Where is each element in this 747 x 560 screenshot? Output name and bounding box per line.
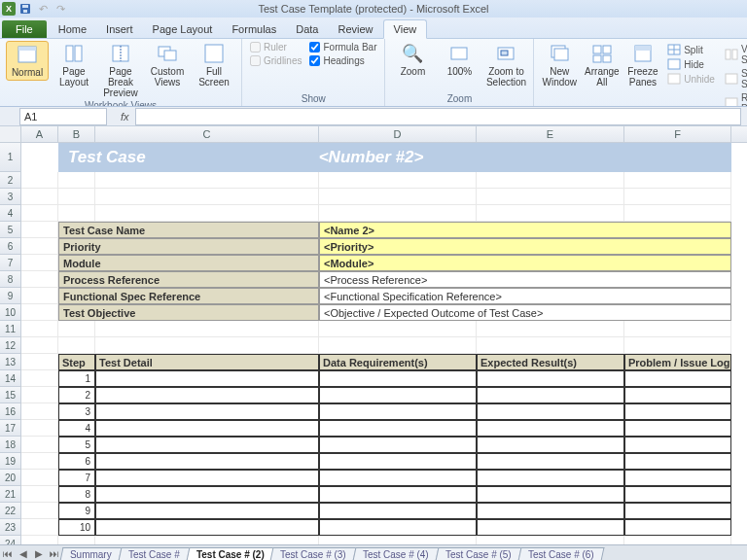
cell[interactable]: [624, 205, 731, 222]
cell[interactable]: [58, 337, 95, 354]
table-cell[interactable]: [477, 519, 624, 536]
row-header[interactable]: 21: [0, 486, 21, 503]
freeze-panes-button[interactable]: Freeze Panes: [625, 41, 661, 89]
table-cell[interactable]: [624, 420, 731, 437]
table-cell[interactable]: [624, 503, 731, 519]
table-cell[interactable]: [95, 370, 319, 387]
cell[interactable]: [624, 536, 731, 544]
col-header[interactable]: C: [95, 126, 319, 142]
table-header[interactable]: Problem / Issue Log: [624, 354, 731, 370]
col-header[interactable]: A: [21, 126, 58, 142]
ruler-checkbox[interactable]: Ruler: [248, 41, 303, 53]
unhide-button[interactable]: Unhide: [664, 72, 718, 86]
zoom-100-button[interactable]: 100%: [438, 41, 480, 79]
tab-nav-next-icon[interactable]: ▶: [31, 548, 47, 559]
select-all-corner[interactable]: [0, 126, 21, 142]
cell[interactable]: [319, 321, 477, 337]
row-header[interactable]: 10: [0, 304, 21, 321]
cell[interactable]: [95, 172, 319, 189]
tab-formulas[interactable]: Formulas: [222, 20, 286, 38]
row-header[interactable]: 9: [0, 288, 21, 304]
sheet-tab[interactable]: Test Case # (3): [270, 547, 357, 561]
table-cell[interactable]: [477, 437, 624, 453]
full-screen-button[interactable]: Full Screen: [193, 41, 235, 89]
table-header[interactable]: Step: [58, 354, 95, 370]
cell[interactable]: [319, 189, 477, 205]
cell[interactable]: [58, 321, 95, 337]
cell[interactable]: [477, 337, 624, 354]
row-header[interactable]: 12: [0, 337, 21, 354]
hide-button[interactable]: Hide: [664, 57, 718, 71]
table-cell[interactable]: [95, 519, 319, 536]
info-label[interactable]: Priority: [58, 238, 319, 255]
cell[interactable]: [624, 321, 731, 337]
row-header[interactable]: 3: [0, 189, 21, 205]
info-label[interactable]: Test Case Name: [58, 222, 319, 238]
row-header[interactable]: 15: [0, 387, 21, 403]
normal-button[interactable]: Normal: [6, 41, 49, 81]
zoom-button[interactable]: 🔍Zoom: [391, 41, 434, 79]
row-header[interactable]: 5: [0, 222, 21, 238]
table-cell[interactable]: [319, 387, 477, 403]
table-cell[interactable]: [624, 453, 731, 470]
row-header[interactable]: 24: [0, 536, 21, 544]
table-cell[interactable]: [319, 503, 477, 519]
cell[interactable]: [21, 172, 58, 189]
table-header[interactable]: Data Requirement(s): [319, 354, 477, 370]
cell[interactable]: [477, 536, 624, 544]
step-number[interactable]: 9: [58, 503, 95, 519]
cell[interactable]: [95, 321, 319, 337]
cell[interactable]: [624, 337, 731, 354]
step-number[interactable]: 1: [58, 370, 95, 387]
table-cell[interactable]: [624, 519, 731, 536]
row-header[interactable]: 8: [0, 271, 21, 288]
headings-checkbox[interactable]: Headings: [307, 54, 378, 67]
table-cell[interactable]: [477, 420, 624, 437]
sync-scrolling-button[interactable]: Synchronous Scrolling: [722, 67, 747, 90]
info-label[interactable]: Module: [58, 255, 319, 271]
cell[interactable]: [21, 238, 58, 255]
cell[interactable]: [319, 205, 477, 222]
col-header[interactable]: E: [477, 126, 624, 142]
table-cell[interactable]: [477, 470, 624, 486]
cell[interactable]: [95, 337, 319, 354]
info-label[interactable]: Test Objective: [58, 304, 319, 321]
cell[interactable]: [58, 205, 95, 222]
col-header[interactable]: F: [624, 126, 731, 142]
cell[interactable]: [319, 337, 477, 354]
table-cell[interactable]: [624, 486, 731, 503]
table-header[interactable]: Expected Result(s): [477, 354, 624, 370]
table-cell[interactable]: [624, 437, 731, 453]
cell[interactable]: [21, 205, 58, 222]
tab-page-layout[interactable]: Page Layout: [143, 20, 223, 38]
table-cell[interactable]: [95, 470, 319, 486]
formula-input[interactable]: [135, 108, 741, 125]
table-cell[interactable]: [477, 486, 624, 503]
cell[interactable]: [21, 288, 58, 304]
band-number[interactable]: <Number #2>: [319, 148, 424, 167]
cell[interactable]: [21, 255, 58, 271]
table-cell[interactable]: [95, 403, 319, 420]
row-header[interactable]: 20: [0, 470, 21, 486]
formula-bar-checkbox[interactable]: Formula Bar: [307, 41, 378, 53]
info-value[interactable]: <Module>: [319, 255, 731, 271]
row-header[interactable]: 1: [0, 143, 21, 172]
table-header[interactable]: Test Detail: [95, 354, 319, 370]
table-cell[interactable]: [319, 403, 477, 420]
row-header[interactable]: 4: [0, 205, 21, 222]
page-layout-button[interactable]: Page Layout: [53, 41, 95, 89]
col-header[interactable]: D: [319, 126, 477, 142]
info-value[interactable]: <Priority>: [319, 238, 731, 255]
tab-insert[interactable]: Insert: [96, 20, 143, 38]
row-header[interactable]: 2: [0, 172, 21, 189]
table-cell[interactable]: [319, 370, 477, 387]
cell[interactable]: [21, 271, 58, 288]
cell[interactable]: [21, 337, 58, 354]
tab-nav-prev-icon[interactable]: ◀: [16, 548, 31, 559]
info-value[interactable]: <Objective / Expected Outcome of Test Ca…: [319, 304, 731, 321]
col-header[interactable]: B: [58, 126, 95, 142]
cell[interactable]: [21, 189, 58, 205]
cell[interactable]: [21, 222, 58, 238]
row-header[interactable]: 19: [0, 453, 21, 470]
gridlines-checkbox[interactable]: Gridlines: [248, 54, 303, 67]
